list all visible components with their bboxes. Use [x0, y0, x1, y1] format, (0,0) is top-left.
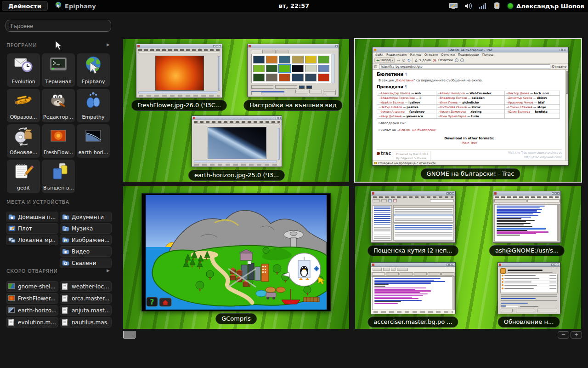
window-update-manager[interactable]: [498, 262, 560, 314]
team-link[interactable]: GNOME на български!: [399, 128, 437, 132]
recent-item[interactable]: evolution.m...: [6, 317, 58, 328]
network-signal-icon[interactable]: [479, 3, 486, 9]
zoom-in-icon[interactable]: [460, 58, 464, 62]
recent-expand-icon[interactable]: ▶: [107, 268, 110, 273]
app-tile-terminal[interactable]: Терминал: [42, 53, 75, 87]
translator-link[interactable]: Димитър Киров: [508, 96, 532, 99]
place-home[interactable]: Домашна п...: [6, 212, 58, 222]
workspace-1[interactable]: FreshFlower.jpg-26.0 (ЧЗС... Настройки н…: [123, 39, 349, 182]
window-gedit-po-editor[interactable]: [371, 262, 456, 314]
app-menu[interactable]: Epiphany: [54, 1, 96, 11]
scrollbar[interactable]: [138, 92, 217, 93]
window-epiphany-trac[interactable]: GNOME на български! - Trac ФайлРедактира…: [372, 47, 569, 166]
translator-link[interactable]: Илия Пенев: [440, 101, 458, 104]
translator-link[interactable]: Юлия Велкова: [508, 110, 530, 113]
remove-workspace-button[interactable]: −: [558, 331, 569, 339]
scrollbar[interactable]: [565, 70, 568, 161]
place-desktop[interactable]: Плот: [6, 223, 58, 234]
scrollbar[interactable]: [332, 54, 334, 83]
go-button[interactable]: Отиване: [552, 65, 566, 69]
place-pictures[interactable]: Изображен...: [60, 235, 112, 245]
home-icon[interactable]: ⌂: [415, 58, 418, 63]
translator-link[interactable]: Ивайло Вълков: [381, 101, 404, 104]
translator-link[interactable]: Красимир Чонов: [508, 101, 533, 104]
search-input[interactable]: [6, 20, 111, 32]
app-tile-earth-image[interactable]: earth-hori...: [77, 124, 110, 158]
help-button[interactable]: [501, 309, 513, 312]
place-local-network[interactable]: Локална мр...: [6, 235, 58, 245]
display-icon[interactable]: [449, 2, 458, 10]
app-tile-gimp[interactable]: Редактор ...: [42, 89, 75, 122]
app-tile-appearance[interactable]: Външен в...: [42, 160, 75, 193]
url-input[interactable]: http://fsa-bg.org/project/gtp: [379, 64, 550, 69]
translator-link[interactable]: Филип Димитров: [440, 110, 466, 113]
place-videos[interactable]: Видео: [60, 246, 112, 257]
translator-link[interactable]: Атанас Кошаров: [440, 92, 465, 95]
translator-link[interactable]: Ясен Праматаров: [440, 115, 466, 118]
recent-item[interactable]: FreshFlower...: [6, 293, 58, 304]
translator-link[interactable]: Филип Андонов: [381, 110, 405, 113]
translator-link[interactable]: Александър Шопов: [381, 92, 411, 95]
place-music[interactable]: Музика: [60, 223, 112, 234]
translator-link[interactable]: Стойчо Станчев: [508, 105, 532, 109]
window-terminal[interactable]: [493, 191, 561, 243]
plain-text-link[interactable]: Plain Text: [377, 141, 562, 145]
recent-item[interactable]: anjuta.mast...: [60, 305, 112, 316]
workspace-3[interactable]: ? GCompris: [123, 186, 349, 329]
app-tile-software-update[interactable]: Обновле...: [7, 124, 40, 158]
app-tile-epiphany[interactable]: Epiphany: [77, 53, 110, 87]
user-menu[interactable]: Александър Шопов: [508, 3, 584, 10]
add-workspace-button[interactable]: +: [571, 331, 582, 339]
translator-link[interactable]: Явор Доганов: [381, 115, 402, 118]
edgewall-link[interactable]: http://trac.edgewall.com/: [524, 155, 562, 159]
volume-icon[interactable]: [464, 2, 473, 10]
updates-list[interactable]: [500, 274, 558, 293]
stop-button[interactable]: ⊘: [402, 58, 406, 63]
clock[interactable]: вт, 22:57: [279, 2, 310, 9]
help-button[interactable]: [251, 92, 261, 95]
translator-link[interactable]: Владимир Петков: [440, 96, 467, 99]
workspace-2-active[interactable]: GNOME на български! - Trac ФайлРедактира…: [354, 38, 582, 183]
tab-bar[interactable]: [251, 50, 339, 53]
check-button[interactable]: [516, 309, 534, 312]
window-evolution-mail[interactable]: [371, 191, 456, 243]
recent-item[interactable]: weather-loc...: [60, 281, 112, 292]
recent-item[interactable]: nautilus.mas...: [60, 317, 112, 328]
back-button[interactable]: ← Назад ▾: [374, 58, 395, 63]
terminal-tabs[interactable]: [493, 199, 560, 203]
message-list-pane[interactable]: [393, 205, 454, 223]
recent-item[interactable]: earth-horizo...: [6, 305, 58, 316]
wallpaper-grid[interactable]: [251, 54, 331, 83]
app-tile-freshflower-image[interactable]: FreshFlow...: [42, 124, 75, 158]
title-bar[interactable]: GNOME на български! - Trac: [373, 47, 568, 52]
workspace-indicator[interactable]: [123, 331, 136, 339]
history-icon[interactable]: ◷: [433, 58, 436, 63]
app-tile-empathy[interactable]: Empathy: [77, 89, 110, 122]
document-tabs[interactable]: [371, 272, 455, 276]
translator-link[interactable]: Виктор Дачев: [508, 92, 529, 95]
install-button[interactable]: [537, 309, 557, 312]
trac-logo[interactable]: trac: [377, 151, 391, 156]
window-gimp-freshflower[interactable]: [136, 44, 222, 98]
recent-item[interactable]: gnome-shel...: [6, 281, 58, 292]
translator-link[interactable]: Ростислав Райков: [440, 105, 467, 109]
selected-message-row[interactable]: [394, 214, 453, 216]
bookmarks-button[interactable]: Отметки: [438, 58, 453, 62]
window-gcompris[interactable]: ?: [141, 193, 331, 311]
forward-button[interactable]: →: [396, 58, 400, 63]
reload-button[interactable]: ↻: [407, 58, 411, 63]
workspace-4[interactable]: Пощенска кутия (2 неп... ash@GNOME:/usr/…: [355, 186, 581, 329]
browser-menu-bar[interactable]: ФайлРедактиранеИзгледОтиванеОтметкиПодпр…: [373, 52, 568, 57]
scrollbar[interactable]: [453, 276, 455, 310]
app-tile-gcompris[interactable]: Образов...: [7, 89, 40, 122]
restore-button[interactable]: [295, 90, 308, 93]
scrollbar[interactable]: [558, 204, 560, 242]
app-tile-evolution[interactable]: Evolution: [7, 53, 40, 87]
bulletins-link[interactable]: Бюлетини: [396, 79, 413, 82]
scrollbar[interactable]: [218, 56, 220, 91]
place-downloads[interactable]: Свалени: [60, 258, 112, 268]
window-appearance-settings[interactable]: [247, 44, 339, 97]
folder-tree-pane[interactable]: [373, 205, 392, 241]
recent-item[interactable]: orca.master....: [60, 293, 112, 304]
home-button[interactable]: У дома: [419, 58, 431, 62]
